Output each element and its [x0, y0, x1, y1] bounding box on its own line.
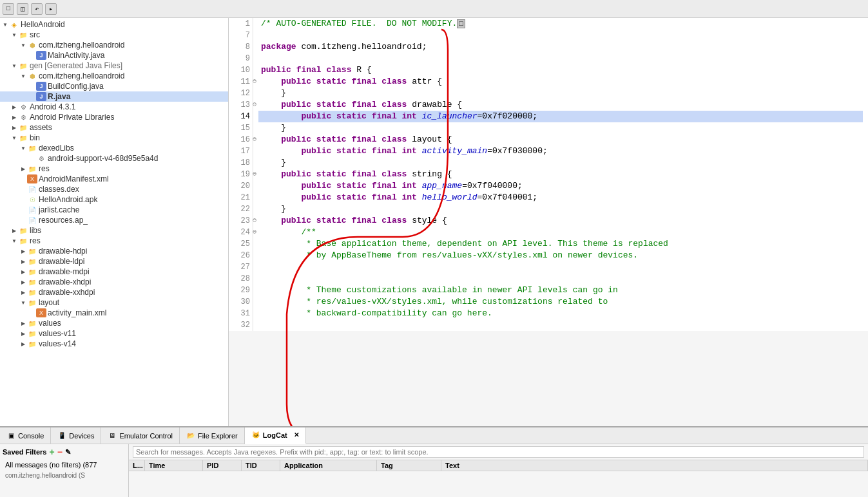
toolbar-btn-1[interactable]: □	[3, 3, 14, 15]
tree-arrow-res[interactable]: ▼	[10, 238, 18, 244]
tree-label-src: src	[30, 30, 40, 39]
fold-indicator[interactable]: ⊖	[253, 169, 256, 180]
tree-arrow-dexedlibs[interactable]: ▼	[19, 145, 27, 151]
tree-icon-folder: 📁	[27, 267, 37, 276]
sidebar-item-drawable-hdpi[interactable]: ▶📁drawable-hdpi	[0, 246, 228, 256]
line-num-25: 25	[231, 238, 250, 250]
saved-filters-label: Saved Filters	[3, 448, 46, 456]
sidebar-item-gen[interactable]: ▼📁gen [Generated Java Files]	[0, 61, 228, 71]
sidebar-item-drawable-xxhdpi[interactable]: ▶📁drawable-xxhdpi	[0, 287, 228, 297]
sidebar-item-bin[interactable]: ▼📁bin	[0, 133, 228, 143]
sidebar-item-libs[interactable]: ▶📁libs	[0, 225, 228, 236]
sidebar-item-buildconfig[interactable]: JBuildConfig.java	[0, 81, 228, 91]
sidebar-item-com.itzheng.helloandroid-1[interactable]: ▼⬢com.itzheng.helloandroid	[0, 40, 228, 50]
sidebar-item-assets[interactable]: ▶📁assets	[0, 122, 228, 133]
tree-arrow-drawable-xxhdpi[interactable]: ▶	[19, 290, 27, 295]
tree-arrow-com.itzheng.helloandroid-1[interactable]: ▼	[19, 42, 27, 48]
code-line-1: /* AUTO-GENERATED FILE. DO NOT MODIFY.□	[258, 18, 863, 30]
tree-arrow-res-bin[interactable]: ▶	[19, 166, 27, 172]
tab-close-icon[interactable]: ✕	[294, 431, 299, 438]
tree-arrow-layout[interactable]: ▼	[19, 300, 27, 306]
tree-label-res: res	[30, 236, 41, 245]
sidebar-item-dexedlibs[interactable]: ▼📁dexedLibs	[0, 143, 228, 153]
sidebar-item-jarlist[interactable]: 📄jarlist.cache	[0, 205, 228, 215]
toolbar-btn-4[interactable]: ▸	[45, 3, 57, 15]
code-lines[interactable]: /* AUTO-GENERATED FILE. DO NOT MODIFY.□p…	[253, 18, 868, 331]
tree-arrow-src[interactable]: ▼	[10, 32, 18, 38]
sidebar-item-layout[interactable]: ▼📁layout	[0, 297, 228, 308]
sidebar-item-android431[interactable]: ▶⚙Android 4.3.1	[0, 102, 228, 112]
edit-filter-button[interactable]: ✎	[65, 448, 71, 456]
tab-devices[interactable]: 📱Devices	[51, 427, 101, 444]
tree-icon-file: 📄	[27, 216, 37, 225]
tree-icon-package: ⬢	[27, 71, 37, 80]
add-filter-button[interactable]: +	[49, 447, 54, 457]
sidebar-item-drawable-xhdpi[interactable]: ▶📁drawable-xhdpi	[0, 277, 228, 287]
all-messages-filter[interactable]: All messages (no filters) (877	[3, 460, 126, 470]
sidebar-item-drawable-mdpi[interactable]: ▶📁drawable-mdpi	[0, 267, 228, 277]
code-line-27	[258, 261, 863, 273]
tree-arrow-values[interactable]: ▶	[19, 321, 27, 326]
toolbar-btn-3[interactable]: ↶	[31, 3, 43, 15]
sidebar-item-resources[interactable]: 📄resources.ap_	[0, 215, 228, 225]
tab-console[interactable]: ▣Console	[0, 427, 51, 444]
tree-icon-folder: 📁	[27, 319, 37, 328]
sidebar-item-androidmanifest[interactable]: XAndroidManifest.xml	[0, 174, 228, 184]
logcat-header-time: Time	[145, 460, 203, 471]
line-num-text: 14	[231, 111, 250, 122]
tree-arrow-drawable-ldpi[interactable]: ▶	[19, 259, 27, 265]
sidebar-item-helloapk[interactable]: ☉HelloAndroid.apk	[0, 194, 228, 205]
tree-arrow-drawable-hdpi[interactable]: ▶	[19, 248, 27, 254]
toolbar-btn-2[interactable]: ◫	[17, 3, 28, 15]
fold-indicator[interactable]: ⊖	[253, 76, 256, 88]
sidebar-item-values-v11[interactable]: ▶📁values-v11	[0, 328, 228, 339]
tab-label-emulator: Emulator Control	[119, 432, 173, 440]
tree-arrow-drawable-mdpi[interactable]: ▶	[19, 269, 27, 275]
tree-arrow-assets[interactable]: ▶	[10, 125, 18, 131]
fold-indicator[interactable]: ⊖	[253, 134, 256, 145]
tree-arrow-helloandroid[interactable]: ▼	[1, 22, 9, 28]
line-num-30: 30	[231, 296, 250, 308]
sidebar-item-mainactivity[interactable]: JMainActivity.java	[0, 50, 228, 61]
tab-emulator[interactable]: 🖥Emulator Control	[101, 427, 180, 444]
tree-arrow-libs[interactable]: ▶	[10, 228, 18, 234]
tree-icon-folder: 📁	[18, 61, 28, 70]
sidebar-item-classesdex[interactable]: 📄classes.dex	[0, 184, 228, 194]
sidebar-item-values-v14[interactable]: ▶📁values-v14	[0, 339, 228, 349]
sidebar-item-rjava[interactable]: JR.java	[0, 91, 228, 102]
logcat-header-pid: PID	[203, 460, 242, 471]
fold-indicator[interactable]: ⊖	[253, 227, 256, 238]
sidebar-item-src[interactable]: ▼📁src	[0, 30, 228, 40]
remove-filter-button[interactable]: −	[57, 447, 63, 457]
sidebar-item-res-bin[interactable]: ▶📁res	[0, 164, 228, 174]
tree-arrow-bin[interactable]: ▼	[10, 135, 18, 141]
sidebar-item-values[interactable]: ▶📁values	[0, 318, 228, 328]
tree-arrow-com.itzheng.helloandroid-2[interactable]: ▼	[19, 73, 27, 79]
sidebar-item-androidprivate[interactable]: ▶⚙Android Private Libraries	[0, 112, 228, 122]
fold-indicator[interactable]: ⊖	[253, 215, 256, 227]
tree-label-dexedlibs: dexedLibs	[39, 144, 74, 153]
tree-label-drawable-hdpi: drawable-hdpi	[39, 247, 87, 256]
sidebar-item-activity_main[interactable]: Xactivity_main.xml	[0, 308, 228, 318]
code-line-30: * res/values-vXX/styles.xml, while custo…	[258, 296, 863, 308]
tree-arrow-gen[interactable]: ▼	[10, 63, 18, 69]
tree-label-res-bin: res	[39, 164, 50, 173]
sidebar-item-com.itzheng.helloandroid-2[interactable]: ▼⬢com.itzheng.helloandroid	[0, 71, 228, 81]
sidebar-item-drawable-ldpi[interactable]: ▶📁drawable-ldpi	[0, 256, 228, 267]
tab-logcat[interactable]: 🐱LogCat✕	[245, 427, 306, 444]
line-num-20: 20	[231, 180, 250, 192]
tree-arrow-android431[interactable]: ▶	[10, 104, 18, 110]
sidebar-item-helloandroid[interactable]: ▼◈HelloAndroid	[0, 19, 228, 30]
tree-arrow-values-v14[interactable]: ▶	[19, 341, 27, 347]
code-line-8: package com.itzheng.helloandroid;	[258, 41, 863, 53]
tab-fileexplorer[interactable]: 📂File Explorer	[180, 427, 245, 444]
tree-icon-folder-src: 📁	[18, 30, 28, 39]
sidebar-item-res[interactable]: ▼📁res	[0, 236, 228, 246]
tree-arrow-values-v11[interactable]: ▶	[19, 331, 27, 337]
tree-arrow-drawable-xhdpi[interactable]: ▶	[19, 279, 27, 285]
fold-indicator[interactable]: ⊖	[253, 99, 256, 111]
tree-arrow-androidprivate[interactable]: ▶	[10, 115, 18, 120]
sidebar-item-androidsupport[interactable]: ⚙android-support-v4-68d95e5a4d	[0, 153, 228, 164]
tree-icon-folder: 📁	[27, 277, 37, 286]
logcat-search-input[interactable]	[133, 446, 864, 458]
